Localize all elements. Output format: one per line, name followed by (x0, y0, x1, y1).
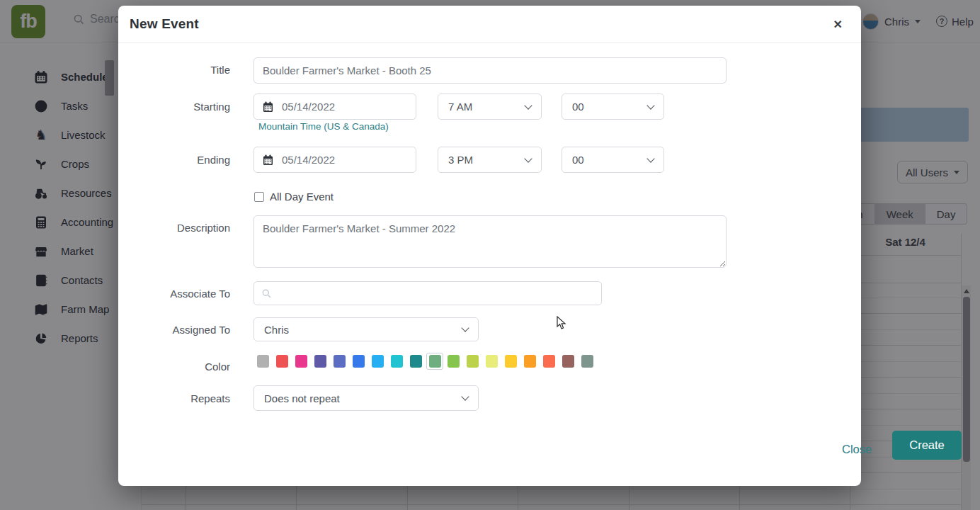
modal-title: New Event (130, 16, 199, 32)
starting-hour-value: 7 AM (448, 101, 472, 113)
description-label: Description (118, 222, 230, 234)
color-swatch[interactable] (391, 355, 403, 368)
starting-minute-value: 00 (572, 101, 584, 113)
chevron-down-icon (461, 324, 469, 332)
color-swatch[interactable] (448, 355, 460, 368)
chevron-down-icon (524, 101, 532, 109)
color-swatch[interactable] (334, 355, 346, 368)
color-label: Color (118, 361, 230, 373)
color-swatch[interactable] (410, 355, 422, 368)
search-icon (262, 289, 271, 298)
timezone-link[interactable]: Mountain Time (US & Canada) (258, 121, 389, 132)
starting-date-input[interactable]: 05/14/2022 (253, 94, 416, 120)
color-swatch[interactable] (429, 355, 441, 368)
calendar-icon (263, 154, 273, 166)
starting-label: Starting (118, 101, 230, 113)
description-textarea[interactable]: Boulder Farmer's Market - Summer 2022 (253, 215, 727, 268)
ending-hour-select[interactable]: 3 PM (438, 147, 542, 173)
starting-date-value: 05/14/2022 (282, 101, 335, 113)
ending-minute-value: 00 (572, 154, 584, 166)
ending-minute-select[interactable]: 00 (562, 147, 664, 173)
chevron-down-icon (646, 154, 654, 162)
color-swatch-selected[interactable] (426, 353, 443, 370)
color-swatch[interactable] (467, 355, 479, 368)
calendar-icon (263, 101, 273, 113)
color-swatch[interactable] (486, 355, 498, 368)
assigned-to-select[interactable]: Chris (253, 317, 479, 341)
ending-date-input[interactable]: 05/14/2022 (253, 147, 416, 173)
title-input[interactable] (253, 57, 727, 84)
repeats-label: Repeats (118, 392, 230, 404)
color-swatch[interactable] (295, 355, 307, 368)
ending-label: Ending (118, 154, 230, 166)
ending-hour-value: 3 PM (448, 154, 473, 166)
associate-to-label: Associate To (118, 288, 230, 300)
starting-minute-select[interactable]: 00 (562, 94, 664, 120)
chevron-down-icon (461, 392, 469, 400)
color-swatch[interactable] (562, 355, 574, 368)
all-day-checkbox[interactable] (254, 192, 264, 202)
create-button[interactable]: Create (892, 431, 962, 460)
close-icon[interactable]: ✕ (833, 18, 843, 31)
modal-header: New Event ✕ (118, 6, 861, 43)
all-day-label: All Day Event (270, 191, 334, 203)
color-swatch[interactable] (257, 355, 269, 368)
starting-hour-select[interactable]: 7 AM (438, 94, 542, 120)
mouse-cursor (557, 316, 566, 330)
ending-date-value: 05/14/2022 (282, 154, 335, 166)
color-swatch[interactable] (505, 355, 517, 368)
close-button[interactable]: Close (842, 443, 872, 456)
color-swatch[interactable] (276, 355, 288, 368)
chevron-down-icon (524, 154, 532, 162)
color-swatch[interactable] (524, 355, 536, 368)
assigned-to-label: Assigned To (118, 324, 230, 336)
color-swatch[interactable] (372, 355, 384, 368)
color-swatch[interactable] (581, 355, 593, 368)
color-swatch-row (257, 353, 600, 370)
new-event-modal: New Event ✕ Title Starting 05/14/2022 7 … (118, 6, 861, 486)
associate-to-input[interactable] (253, 281, 602, 305)
repeats-select[interactable]: Does not repeat (253, 385, 479, 411)
repeats-value: Does not repeat (264, 392, 340, 404)
chevron-down-icon (646, 101, 654, 109)
color-swatch[interactable] (314, 355, 326, 368)
title-label: Title (118, 64, 230, 76)
color-swatch[interactable] (543, 355, 555, 368)
color-swatch[interactable] (353, 355, 365, 368)
assigned-to-value: Chris (264, 324, 289, 336)
